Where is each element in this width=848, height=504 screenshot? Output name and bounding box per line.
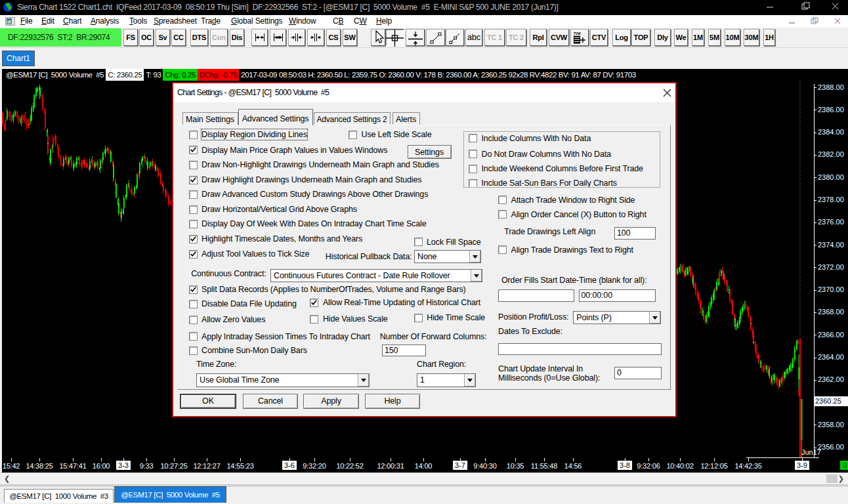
- svg-text:TVW: TVW: [574, 32, 581, 35]
